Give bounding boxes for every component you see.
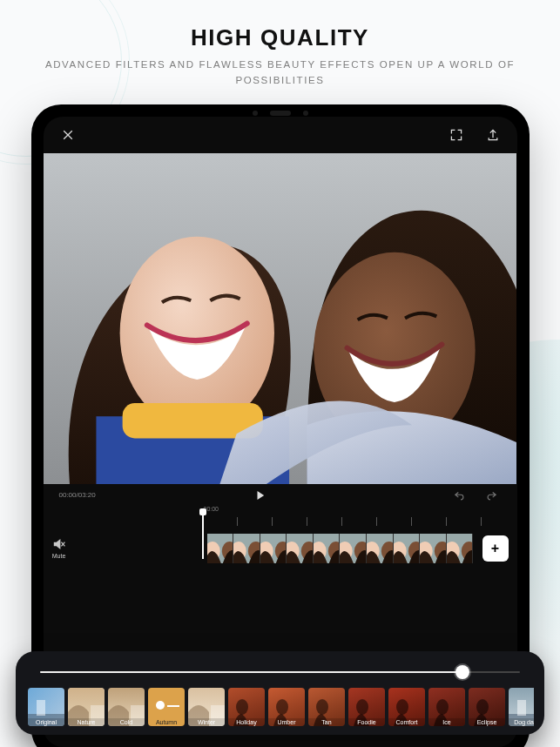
filter-label: Winter: [188, 718, 225, 726]
svg-point-43: [276, 699, 288, 715]
filter-nature[interactable]: Nature: [68, 688, 105, 726]
marketing-copy: HIGH QUALITY ADVANCED FILTERS AND FLAWLE…: [0, 0, 560, 104]
timeline-frame[interactable]: [447, 534, 474, 563]
timeline-frame[interactable]: [207, 534, 234, 563]
filter-label: Foodie: [348, 718, 385, 726]
preview-photo: [44, 153, 517, 484]
svg-rect-36: [37, 700, 45, 716]
svg-rect-40: [167, 705, 179, 707]
slider-fill: [40, 671, 462, 673]
filter-label: Autumn: [148, 718, 185, 726]
add-clip-button[interactable]: +: [482, 535, 509, 562]
timeline-frame[interactable]: [394, 534, 421, 563]
filter-list[interactable]: OriginalNatureColdAutumnWinterHolidayUmb…: [26, 688, 534, 726]
filter-winter[interactable]: Winter: [188, 688, 225, 726]
slider-knob[interactable]: [455, 665, 469, 679]
timeline-frame[interactable]: [314, 534, 341, 563]
mute-label: Mute: [52, 553, 66, 559]
speaker-muted-icon: [52, 537, 66, 551]
filter-label: Tan: [308, 718, 345, 726]
undo-icon[interactable]: [450, 487, 468, 504]
svg-point-48: [476, 699, 489, 715]
filter-comfort[interactable]: Comfort: [388, 688, 425, 726]
filter-label: Comfort: [388, 718, 425, 726]
timecode: 00:00/03:20: [59, 491, 96, 499]
filter-label: Cold: [108, 718, 145, 726]
filter-cold[interactable]: Cold: [108, 688, 145, 726]
intensity-slider[interactable]: [40, 663, 520, 681]
filter-label: Ice: [428, 718, 465, 726]
filter-foodie[interactable]: Foodie: [348, 688, 385, 726]
editor-topbar: [44, 117, 517, 153]
play-icon[interactable]: [252, 487, 269, 504]
filter-dog-days[interactable]: Dog days: [509, 688, 534, 726]
playback-controls: 00:00/03:20: [44, 484, 517, 507]
filter-original[interactable]: Original: [28, 688, 64, 726]
ruler-ticks: [202, 517, 482, 526]
filter-label: Holiday: [228, 718, 265, 726]
filter-label: Nature: [68, 718, 105, 726]
mute-button[interactable]: Mute: [52, 537, 66, 559]
export-icon[interactable]: [484, 126, 502, 144]
svg-rect-50: [517, 700, 526, 716]
video-preview[interactable]: [44, 153, 517, 484]
timeline-frame[interactable]: [287, 534, 314, 563]
timeline-frame[interactable]: [233, 534, 260, 563]
subheadline: ADVANCED FILTERS AND FLAWLESS BEAUTY EFF…: [35, 57, 525, 89]
playhead[interactable]: [202, 512, 204, 559]
timeline-frame[interactable]: [260, 534, 287, 563]
filter-autumn[interactable]: Autumn: [148, 688, 185, 726]
clip-strip[interactable]: +: [77, 534, 509, 563]
filter-ice[interactable]: Ice: [428, 688, 465, 726]
redo-icon[interactable]: [483, 487, 501, 504]
svg-point-1: [119, 236, 273, 429]
filter-eclipse[interactable]: Eclipse: [469, 688, 505, 726]
svg-point-39: [156, 701, 165, 710]
filter-tan[interactable]: Tan: [308, 688, 345, 726]
tablet-sensor-dots: [253, 111, 308, 116]
filter-label: Dog days: [509, 718, 534, 726]
svg-point-44: [316, 699, 328, 715]
timeline-row: Mute +: [44, 529, 517, 568]
fullscreen-icon[interactable]: [448, 126, 465, 144]
headline: HIGH QUALITY: [35, 24, 525, 51]
svg-point-47: [436, 699, 449, 715]
filter-label: Umber: [268, 718, 305, 726]
svg-point-45: [356, 699, 368, 715]
filter-umber[interactable]: Umber: [268, 688, 305, 726]
svg-point-42: [236, 699, 248, 715]
filter-holiday[interactable]: Holiday: [228, 688, 265, 726]
timeline-frame[interactable]: [420, 534, 447, 563]
timeline-frame[interactable]: [340, 534, 367, 563]
timeline-frame[interactable]: [367, 534, 394, 563]
filter-label: Eclipse: [469, 718, 505, 726]
filter-bar: OriginalNatureColdAutumnWinterHolidayUmb…: [16, 651, 544, 735]
timeline-ruler[interactable]: 00:00: [44, 514, 517, 529]
filter-label: Original: [28, 718, 64, 726]
close-icon[interactable]: [59, 126, 77, 144]
svg-point-46: [396, 699, 408, 715]
